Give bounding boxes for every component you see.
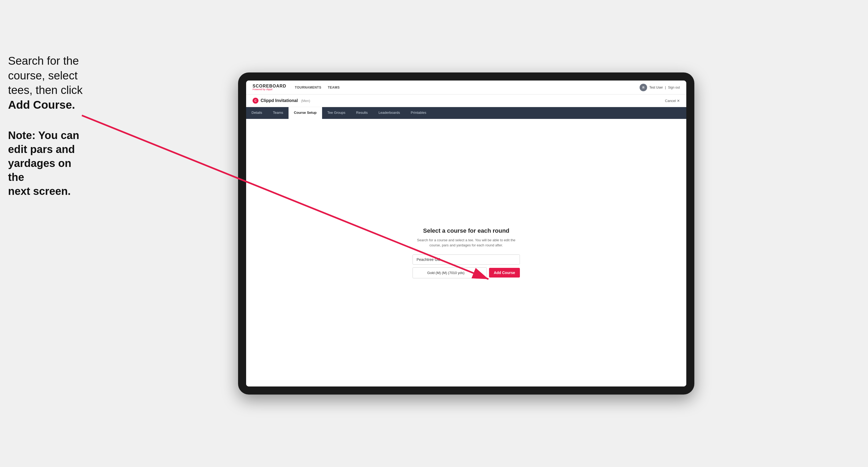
annotation-arrow (0, 0, 868, 467)
svg-line-1 (82, 116, 489, 279)
